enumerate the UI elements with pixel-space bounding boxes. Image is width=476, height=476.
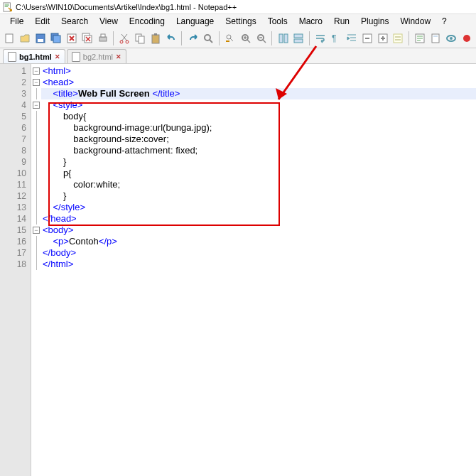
menu-view[interactable]: View	[94, 15, 124, 28]
app-icon	[3, 2, 13, 12]
menu-plugins[interactable]: Plugins	[355, 15, 394, 28]
fold-minus-icon[interactable]: −	[33, 227, 40, 234]
cut-icon[interactable]	[118, 31, 131, 46]
tab-bar: bg1.html✕bg2.html✕	[0, 48, 476, 64]
fold-cell[interactable]	[31, 134, 41, 145]
fold-icon[interactable]	[360, 31, 374, 46]
doc-map-icon[interactable]	[429, 31, 443, 46]
line-number: 15	[0, 225, 31, 236]
redo-icon[interactable]	[186, 31, 200, 46]
undo-icon[interactable]	[164, 31, 178, 46]
close-icon[interactable]	[65, 31, 78, 46]
code-line: background-image:url(bunga.jpg);	[43, 122, 212, 133]
menu-tools[interactable]: Tools	[262, 15, 293, 28]
close-tab-icon[interactable]: ✕	[116, 53, 121, 60]
fold-minus-icon[interactable]: −	[33, 67, 40, 75]
line-number: 2	[0, 77, 31, 88]
menu-window[interactable]: Window	[394, 15, 436, 28]
svg-rect-8	[53, 36, 60, 43]
fold-cell[interactable]: −	[31, 77, 41, 88]
record-icon[interactable]	[460, 31, 473, 46]
code-pane[interactable]: <html> <head> <title>Web Full Screen </t…	[41, 64, 476, 476]
all-chars-icon[interactable]: ¶	[330, 31, 343, 46]
line-number: 13	[0, 202, 31, 213]
wrap-icon[interactable]	[314, 31, 328, 46]
svg-rect-3	[5, 6, 8, 7]
paste-icon[interactable]	[149, 31, 163, 46]
close-all-icon[interactable]	[80, 31, 94, 46]
line-number: 5	[0, 111, 31, 122]
sync-h-icon[interactable]	[292, 31, 305, 46]
line-number: 17	[0, 247, 31, 259]
line-number: 6	[0, 122, 31, 134]
fold-cell[interactable]	[31, 145, 41, 156]
menu-language[interactable]: Language	[171, 15, 220, 28]
fold-cell[interactable]	[31, 202, 41, 213]
sync-v-icon[interactable]	[276, 31, 290, 46]
line-number: 18	[0, 259, 31, 270]
replace-icon[interactable]	[224, 31, 237, 46]
new-file-icon[interactable]	[3, 31, 16, 46]
fold-cell[interactable]	[31, 213, 41, 225]
code-line: </head>	[43, 213, 77, 224]
svg-rect-4	[6, 34, 13, 43]
code-line: </style>	[43, 202, 85, 212]
svg-rect-13	[101, 34, 105, 37]
code-line: <head>	[43, 77, 74, 87]
fold-cell[interactable]: −	[31, 65, 41, 77]
line-number: 10	[0, 168, 31, 179]
menubar[interactable]: FileEditSearchViewEncodingLanguageSettin…	[0, 14, 476, 28]
menu-file[interactable]: File	[4, 15, 29, 28]
menu-search[interactable]: Search	[55, 15, 94, 28]
menu-settings[interactable]: Settings	[220, 15, 261, 28]
print-icon[interactable]	[96, 31, 109, 46]
menu-?[interactable]: ?	[436, 15, 453, 28]
fold-cell[interactable]	[31, 236, 41, 247]
svg-rect-17	[139, 36, 144, 43]
fold-cell[interactable]	[31, 247, 41, 259]
zoom-out-icon[interactable]	[254, 31, 268, 46]
file-icon	[72, 52, 80, 62]
fold-cell[interactable]	[31, 111, 41, 122]
fold-cell[interactable]	[31, 190, 41, 202]
fold-minus-icon[interactable]: −	[33, 102, 40, 109]
line-number: 4	[0, 99, 31, 111]
svg-rect-2	[5, 5, 9, 6]
line-number: 12	[0, 190, 31, 202]
copy-icon[interactable]	[134, 31, 147, 46]
hide-lines-icon[interactable]	[391, 31, 405, 46]
save-icon[interactable]	[34, 31, 48, 46]
tab-bg1-html[interactable]: bg1.html✕	[3, 49, 65, 63]
fold-cell[interactable]	[31, 122, 41, 134]
line-number: 1	[0, 65, 31, 77]
save-all-icon[interactable]	[50, 31, 63, 46]
menu-edit[interactable]: Edit	[29, 15, 55, 28]
editor-area[interactable]: 123456789101112131415161718 −−−− <html> …	[0, 64, 476, 476]
fold-gutter[interactable]: −−−−	[31, 64, 41, 476]
code-line: </html>	[43, 259, 73, 269]
menu-macro[interactable]: Macro	[293, 15, 328, 28]
svg-text:¶: ¶	[332, 33, 336, 43]
svg-point-37	[463, 35, 470, 42]
find-icon[interactable]	[202, 31, 215, 46]
fold-cell[interactable]	[31, 179, 41, 190]
open-file-icon[interactable]	[18, 31, 32, 46]
unfold-icon[interactable]	[376, 31, 389, 46]
fold-cell[interactable]	[31, 259, 41, 270]
line-number: 7	[0, 134, 31, 145]
indent-icon[interactable]	[345, 31, 358, 46]
close-tab-icon[interactable]: ✕	[55, 53, 60, 60]
fold-cell[interactable]	[31, 156, 41, 168]
func-list-icon[interactable]	[413, 31, 427, 46]
monitor-icon[interactable]	[444, 31, 458, 46]
fold-cell[interactable]: −	[31, 99, 41, 111]
menu-encoding[interactable]: Encoding	[124, 15, 171, 28]
zoom-in-icon[interactable]	[239, 31, 253, 46]
fold-minus-icon[interactable]: −	[33, 79, 40, 86]
code-line: <title>	[43, 88, 78, 99]
fold-cell[interactable]	[31, 88, 41, 99]
fold-cell[interactable]	[31, 168, 41, 179]
menu-run[interactable]: Run	[328, 15, 355, 28]
tab-bg2-html[interactable]: bg2.html✕	[67, 49, 126, 63]
fold-cell[interactable]: −	[31, 225, 41, 236]
